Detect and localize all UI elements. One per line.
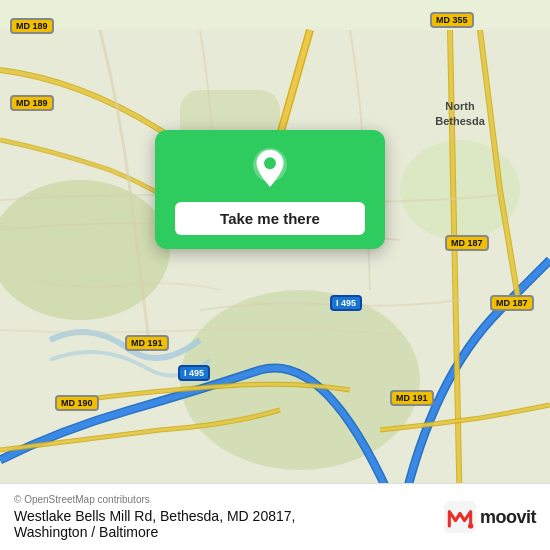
- badge-md189-top: MD 189: [10, 18, 54, 34]
- take-me-there-button[interactable]: Take me there: [175, 202, 365, 235]
- map-attribution: © OpenStreetMap contributors: [14, 494, 295, 505]
- location-card: Take me there: [155, 130, 385, 249]
- badge-i495-mid: I 495: [330, 295, 362, 311]
- badge-md187-low: MD 187: [490, 295, 534, 311]
- moovit-logo: moovit: [444, 501, 536, 533]
- svg-point-8: [264, 157, 276, 169]
- moovit-icon: [444, 501, 476, 533]
- badge-md189-mid: MD 189: [10, 95, 54, 111]
- svg-text:Bethesda: Bethesda: [435, 115, 485, 127]
- map-svg: North Bethesda: [0, 0, 550, 550]
- moovit-brand-text: moovit: [480, 507, 536, 528]
- badge-md355: MD 355: [430, 12, 474, 28]
- map-container: North Bethesda MD 189 MD 189 MD 355 I 27…: [0, 0, 550, 550]
- badge-md191-low: MD 191: [125, 335, 169, 351]
- address-line1: Westlake Bells Mill Rd, Bethesda, MD 208…: [14, 508, 295, 524]
- address-line2: Washington / Baltimore: [14, 524, 295, 540]
- badge-md187-mid: MD 187: [445, 235, 489, 251]
- location-pin-icon: [248, 148, 292, 192]
- badge-md191-bot: MD 191: [390, 390, 434, 406]
- badge-i495-low: I 495: [178, 365, 210, 381]
- badge-md190: MD 190: [55, 395, 99, 411]
- bottom-bar: © OpenStreetMap contributors Westlake Be…: [0, 483, 550, 550]
- address-info: © OpenStreetMap contributors Westlake Be…: [14, 494, 295, 540]
- svg-text:North: North: [445, 100, 475, 112]
- svg-point-10: [468, 523, 473, 528]
